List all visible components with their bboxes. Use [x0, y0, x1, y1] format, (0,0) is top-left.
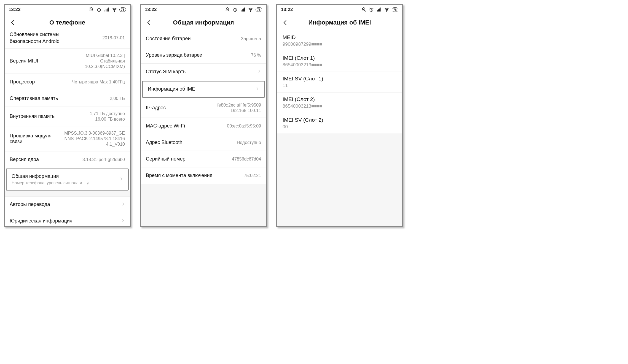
page-title: Информация об IMEI [277, 19, 402, 26]
row-legal[interactable]: Юридическая информация [5, 213, 130, 226]
row-label: Состояние батареи [146, 36, 190, 42]
svg-rect-8 [242, 9, 243, 11]
row-label: Авторы перевода [10, 202, 50, 208]
row-sim-status[interactable]: Статус SIM карты [141, 64, 266, 80]
row-ram[interactable]: Оперативная память 2,00 ГБ [5, 90, 130, 107]
info-meid[interactable]: MEID 99000987299■■■■ [277, 31, 402, 51]
info-imei2[interactable]: IMEI (Слот 2) 86540003213■■■■ [277, 93, 402, 113]
row-label: Юридическая информация [10, 218, 73, 224]
row-label: Общая информация [12, 173, 90, 180]
row-battery-status[interactable]: Состояние батареи Заряжена [141, 31, 266, 47]
row-imei-info-highlight[interactable]: Информация об IMEI [142, 81, 265, 98]
back-button[interactable] [7, 17, 18, 28]
row-value: 00:ec:0a:f5:95:09 [227, 123, 261, 129]
info-value: 99000987299■■■■ [283, 42, 397, 47]
row-storage[interactable]: Внутренняя память 1,71 ГБ доступно 16,00… [5, 107, 130, 126]
svg-rect-16 [380, 8, 381, 12]
row-security-patch[interactable]: Обновление системы безопасности Android … [5, 31, 130, 49]
row-kernel[interactable]: Версия ядра 3.18.31-perf-gf2fd6b0 [5, 151, 130, 168]
mute-icon [361, 7, 366, 12]
row-value: MPSS.JO.3.0-00369-8937_GENNS_PACK-2.1495… [61, 131, 125, 147]
wifi-icon [384, 7, 390, 12]
row-value: Недоступно [237, 140, 261, 145]
battery-indicator: 76 [119, 7, 126, 12]
row-label: MAC-адрес Wi-Fi [146, 123, 185, 129]
row-uptime[interactable]: Время с момента включения 75:02:21 [141, 167, 266, 184]
svg-point-5 [114, 11, 115, 12]
chevron-right-icon [255, 86, 259, 93]
header: О телефоне [5, 15, 130, 31]
row-label: Оперативная память [10, 96, 58, 102]
mute-icon [225, 7, 230, 12]
row-sub: Номер телефона, уровень сигнала и т. д. [12, 180, 90, 186]
row-label: Информация об IMEI [148, 86, 197, 92]
row-baseband[interactable]: Прошивка модуля связи MPSS.JO.3.0-00369-… [5, 126, 130, 151]
back-button[interactable] [280, 17, 291, 28]
row-status-highlight[interactable]: Общая информация Номер телефона, уровень… [6, 169, 129, 190]
info-label: IMEI (Слот 1) [283, 55, 397, 61]
row-battery-level[interactable]: Уровень заряда батареи 76 % [141, 47, 266, 64]
row-label: IP-адрес [146, 105, 166, 111]
status-bar: 13:22 76 [5, 5, 130, 15]
wifi-icon [248, 7, 253, 12]
page-title: О телефоне [5, 19, 130, 26]
row-ip[interactable]: IP-адрес fe80::2ec:aff:fef5:9509 192.168… [141, 98, 266, 118]
alarm-icon [96, 7, 102, 12]
info-label: IMEI SV (Слот 1) [283, 76, 397, 82]
info-imeisv1[interactable]: IMEI SV (Слот 1) 11 [277, 72, 402, 93]
svg-rect-4 [108, 8, 109, 12]
row-translators[interactable]: Авторы перевода [5, 197, 130, 213]
svg-rect-2 [106, 9, 106, 11]
row-label: Внутренняя память [10, 113, 55, 119]
row-cpu[interactable]: Процессор Четыре ядра Max 1.40ГГц [5, 74, 130, 90]
status-bar: 13:22 76 [141, 5, 266, 15]
info-label: IMEI (Слот 2) [283, 96, 397, 102]
info-imei1[interactable]: IMEI (Слот 1) 86540003213■■■■ [277, 51, 402, 72]
row-value: fe80::2ec:aff:fef5:9509 192.168.100.11 [217, 102, 261, 113]
row-value: MIUI Global 10.2.3 | Стабильная 10.2.3.0… [65, 53, 125, 69]
row-value: 2,00 ГБ [110, 96, 125, 101]
svg-rect-9 [243, 9, 244, 12]
row-label: Уровень заряда батареи [146, 52, 202, 58]
row-wifi-mac[interactable]: MAC-адрес Wi-Fi 00:ec:0a:f5:95:09 [141, 118, 266, 134]
row-value: Четыре ядра Max 1.40ГГц [72, 79, 125, 85]
chevron-right-icon [119, 176, 123, 183]
row-value: 75:02:21 [244, 173, 261, 178]
row-label: Версия ядра [10, 157, 39, 163]
chevron-right-icon [257, 68, 261, 75]
phone-status: 13:22 76 Общая информация Состояние бата… [140, 4, 267, 227]
chevron-right-icon [121, 218, 125, 225]
status-icons: 76 [361, 7, 398, 12]
status-list[interactable]: Состояние батареи Заряжена Уровень заряд… [141, 31, 266, 226]
svg-point-17 [387, 11, 387, 12]
row-value: 3.18.31-perf-gf2fd6b0 [82, 157, 125, 162]
wifi-icon [112, 7, 117, 12]
page-title: Общая информация [141, 19, 266, 26]
empty-area [141, 184, 266, 226]
row-miui-version[interactable]: Версия MIUI MIUI Global 10.2.3 | Стабиль… [5, 49, 130, 74]
row-label-top: Обновление системы [10, 32, 60, 38]
row-bt-addr[interactable]: Адрес Bluetooth Недоступно [141, 134, 266, 151]
imei-list[interactable]: MEID 99000987299■■■■ IMEI (Слот 1) 86540… [277, 31, 402, 226]
settings-list[interactable]: Обновление системы безопасности Android … [5, 31, 130, 226]
signal-icon [104, 7, 109, 12]
status-bar: 13:22 76 [277, 5, 402, 15]
info-label: MEID [283, 34, 397, 40]
alarm-icon [369, 7, 374, 12]
row-serial[interactable]: Серийный номер 47856dc67d04 [141, 151, 266, 167]
row-label: Процессор [10, 79, 35, 85]
header: Общая информация [141, 15, 266, 31]
info-imeisv2[interactable]: IMEI SV (Слот 2) 00 [277, 113, 402, 134]
mute-icon [88, 7, 94, 12]
signal-icon [376, 7, 382, 12]
info-value: 00 [283, 124, 397, 130]
row-value: 47856dc67d04 [232, 156, 261, 162]
svg-rect-13 [377, 10, 378, 12]
back-button[interactable] [144, 17, 155, 28]
info-value: 86540003213■■■■ [283, 104, 397, 109]
header: Информация об IMEI [277, 15, 402, 31]
row-value: 1,71 ГБ доступно 16,00 ГБ всего [90, 111, 125, 122]
section-divider [5, 191, 130, 197]
info-value: 11 [283, 83, 397, 88]
phone-imei: 13:22 76 Информация об IMEI MEID 9900098… [276, 4, 403, 227]
